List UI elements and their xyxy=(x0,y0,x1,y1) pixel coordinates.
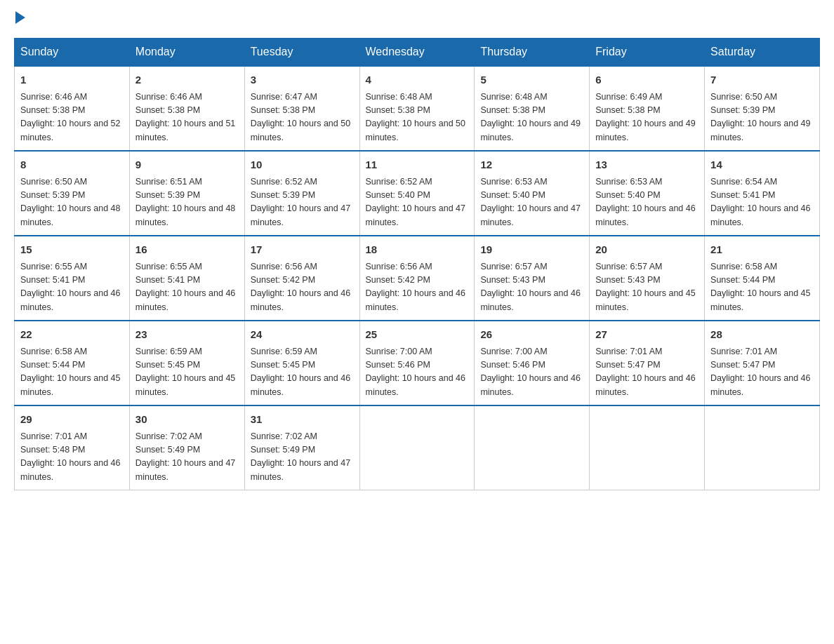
week-row-4: 22Sunrise: 6:58 AMSunset: 5:44 PMDayligh… xyxy=(15,321,820,405)
calendar-cell: 7Sunrise: 6:50 AMSunset: 5:39 PMDaylight… xyxy=(705,66,820,151)
calendar-table: SundayMondayTuesdayWednesdayThursdayFrid… xyxy=(14,38,820,490)
day-info: Sunrise: 7:01 AMSunset: 5:47 PMDaylight:… xyxy=(595,345,699,400)
header-wednesday: Wednesday xyxy=(359,39,475,67)
day-info: Sunrise: 6:59 AMSunset: 5:45 PMDaylight:… xyxy=(251,345,354,400)
day-info: Sunrise: 6:47 AMSunset: 5:38 PMDaylight:… xyxy=(251,90,354,145)
calendar-cell: 27Sunrise: 7:01 AMSunset: 5:47 PMDayligh… xyxy=(590,321,705,405)
calendar-cell: 1Sunrise: 6:46 AMSunset: 5:38 PMDaylight… xyxy=(15,66,130,151)
calendar-cell: 21Sunrise: 6:58 AMSunset: 5:44 PMDayligh… xyxy=(705,236,820,321)
logo xyxy=(14,14,25,24)
day-number: 28 xyxy=(710,327,814,343)
day-number: 11 xyxy=(366,157,469,173)
logo-blue-part xyxy=(14,14,25,24)
day-number: 7 xyxy=(710,72,814,88)
calendar-cell: 17Sunrise: 6:56 AMSunset: 5:42 PMDayligh… xyxy=(244,236,359,321)
calendar-cell: 11Sunrise: 6:52 AMSunset: 5:40 PMDayligh… xyxy=(359,151,475,236)
header-saturday: Saturday xyxy=(705,39,820,67)
header-friday: Friday xyxy=(590,39,705,67)
day-number: 9 xyxy=(135,157,239,173)
calendar-cell: 30Sunrise: 7:02 AMSunset: 5:49 PMDayligh… xyxy=(129,405,244,490)
calendar-cell: 5Sunrise: 6:48 AMSunset: 5:38 PMDaylight… xyxy=(475,66,590,151)
logo-triangle-icon xyxy=(15,11,25,24)
calendar-cell xyxy=(475,405,590,490)
calendar-cell: 25Sunrise: 7:00 AMSunset: 5:46 PMDayligh… xyxy=(359,321,475,405)
day-number: 3 xyxy=(251,72,354,88)
calendar-cell: 31Sunrise: 7:02 AMSunset: 5:49 PMDayligh… xyxy=(244,405,359,490)
week-row-3: 15Sunrise: 6:55 AMSunset: 5:41 PMDayligh… xyxy=(15,236,820,321)
day-info: Sunrise: 6:52 AMSunset: 5:39 PMDaylight:… xyxy=(251,175,354,230)
day-number: 26 xyxy=(480,327,583,343)
day-info: Sunrise: 7:02 AMSunset: 5:49 PMDaylight:… xyxy=(135,430,239,485)
calendar-cell: 6Sunrise: 6:49 AMSunset: 5:38 PMDaylight… xyxy=(590,66,705,151)
calendar-cell: 12Sunrise: 6:53 AMSunset: 5:40 PMDayligh… xyxy=(475,151,590,236)
calendar-cell: 19Sunrise: 6:57 AMSunset: 5:43 PMDayligh… xyxy=(475,236,590,321)
day-number: 12 xyxy=(480,157,583,173)
day-info: Sunrise: 7:01 AMSunset: 5:48 PMDaylight:… xyxy=(20,430,124,485)
day-number: 1 xyxy=(20,72,124,88)
day-info: Sunrise: 6:54 AMSunset: 5:41 PMDaylight:… xyxy=(710,175,814,230)
day-number: 20 xyxy=(595,242,699,258)
page-header xyxy=(14,14,820,24)
day-number: 31 xyxy=(251,412,354,428)
day-number: 22 xyxy=(20,327,124,343)
day-info: Sunrise: 6:50 AMSunset: 5:39 PMDaylight:… xyxy=(20,175,124,230)
day-info: Sunrise: 7:00 AMSunset: 5:46 PMDaylight:… xyxy=(480,345,583,400)
calendar-cell: 13Sunrise: 6:53 AMSunset: 5:40 PMDayligh… xyxy=(590,151,705,236)
day-info: Sunrise: 6:58 AMSunset: 5:44 PMDaylight:… xyxy=(710,260,814,315)
day-info: Sunrise: 7:00 AMSunset: 5:46 PMDaylight:… xyxy=(366,345,469,400)
day-number: 21 xyxy=(710,242,814,258)
day-number: 30 xyxy=(135,412,239,428)
day-number: 24 xyxy=(251,327,354,343)
day-info: Sunrise: 7:01 AMSunset: 5:47 PMDaylight:… xyxy=(710,345,814,400)
calendar-cell: 24Sunrise: 6:59 AMSunset: 5:45 PMDayligh… xyxy=(244,321,359,405)
week-row-2: 8Sunrise: 6:50 AMSunset: 5:39 PMDaylight… xyxy=(15,151,820,236)
day-info: Sunrise: 6:56 AMSunset: 5:42 PMDaylight:… xyxy=(366,260,469,315)
day-info: Sunrise: 6:46 AMSunset: 5:38 PMDaylight:… xyxy=(135,90,239,145)
day-number: 6 xyxy=(595,72,699,88)
day-info: Sunrise: 6:52 AMSunset: 5:40 PMDaylight:… xyxy=(366,175,469,230)
day-info: Sunrise: 6:55 AMSunset: 5:41 PMDaylight:… xyxy=(135,260,239,315)
header-monday: Monday xyxy=(129,39,244,67)
calendar-cell: 8Sunrise: 6:50 AMSunset: 5:39 PMDaylight… xyxy=(15,151,130,236)
day-number: 4 xyxy=(366,72,469,88)
header-tuesday: Tuesday xyxy=(244,39,359,67)
day-info: Sunrise: 7:02 AMSunset: 5:49 PMDaylight:… xyxy=(251,430,354,485)
calendar-header-row: SundayMondayTuesdayWednesdayThursdayFrid… xyxy=(15,39,820,67)
day-number: 16 xyxy=(135,242,239,258)
calendar-cell: 10Sunrise: 6:52 AMSunset: 5:39 PMDayligh… xyxy=(244,151,359,236)
calendar-cell: 22Sunrise: 6:58 AMSunset: 5:44 PMDayligh… xyxy=(15,321,130,405)
day-info: Sunrise: 6:57 AMSunset: 5:43 PMDaylight:… xyxy=(595,260,699,315)
day-number: 29 xyxy=(20,412,124,428)
calendar-cell xyxy=(359,405,475,490)
day-number: 2 xyxy=(135,72,239,88)
calendar-cell: 29Sunrise: 7:01 AMSunset: 5:48 PMDayligh… xyxy=(15,405,130,490)
header-thursday: Thursday xyxy=(475,39,590,67)
day-number: 14 xyxy=(710,157,814,173)
day-info: Sunrise: 6:57 AMSunset: 5:43 PMDaylight:… xyxy=(480,260,583,315)
day-number: 23 xyxy=(135,327,239,343)
calendar-cell xyxy=(705,405,820,490)
calendar-cell: 4Sunrise: 6:48 AMSunset: 5:38 PMDaylight… xyxy=(359,66,475,151)
week-row-5: 29Sunrise: 7:01 AMSunset: 5:48 PMDayligh… xyxy=(15,405,820,490)
day-info: Sunrise: 6:53 AMSunset: 5:40 PMDaylight:… xyxy=(595,175,699,230)
week-row-1: 1Sunrise: 6:46 AMSunset: 5:38 PMDaylight… xyxy=(15,66,820,151)
day-info: Sunrise: 6:58 AMSunset: 5:44 PMDaylight:… xyxy=(20,345,124,400)
day-info: Sunrise: 6:50 AMSunset: 5:39 PMDaylight:… xyxy=(710,90,814,145)
day-info: Sunrise: 6:48 AMSunset: 5:38 PMDaylight:… xyxy=(480,90,583,145)
calendar-cell: 16Sunrise: 6:55 AMSunset: 5:41 PMDayligh… xyxy=(129,236,244,321)
day-info: Sunrise: 6:51 AMSunset: 5:39 PMDaylight:… xyxy=(135,175,239,230)
day-number: 10 xyxy=(251,157,354,173)
day-number: 13 xyxy=(595,157,699,173)
calendar-cell: 23Sunrise: 6:59 AMSunset: 5:45 PMDayligh… xyxy=(129,321,244,405)
day-number: 18 xyxy=(366,242,469,258)
day-info: Sunrise: 6:55 AMSunset: 5:41 PMDaylight:… xyxy=(20,260,124,315)
day-info: Sunrise: 6:48 AMSunset: 5:38 PMDaylight:… xyxy=(366,90,469,145)
day-info: Sunrise: 6:46 AMSunset: 5:38 PMDaylight:… xyxy=(20,90,124,145)
calendar-cell: 14Sunrise: 6:54 AMSunset: 5:41 PMDayligh… xyxy=(705,151,820,236)
day-number: 27 xyxy=(595,327,699,343)
calendar-cell: 15Sunrise: 6:55 AMSunset: 5:41 PMDayligh… xyxy=(15,236,130,321)
day-number: 17 xyxy=(251,242,354,258)
day-number: 19 xyxy=(480,242,583,258)
header-sunday: Sunday xyxy=(15,39,130,67)
day-info: Sunrise: 6:49 AMSunset: 5:38 PMDaylight:… xyxy=(595,90,699,145)
